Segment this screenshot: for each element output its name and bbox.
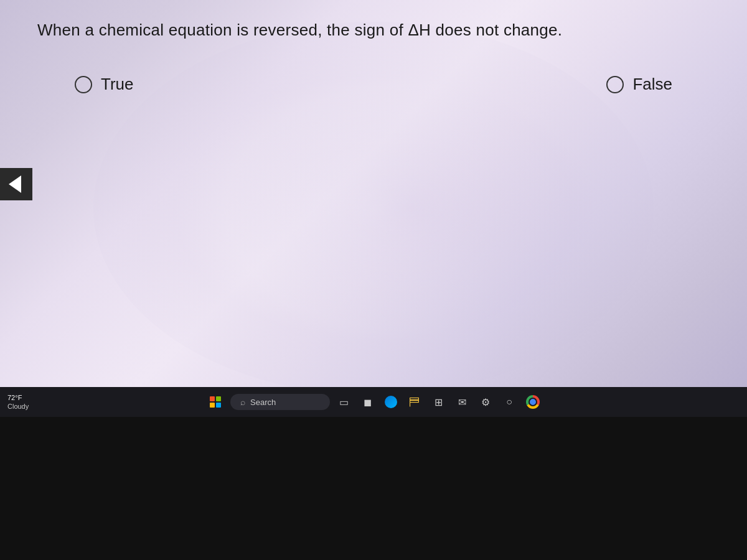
notifications-button[interactable]: ○ bbox=[499, 392, 519, 412]
task-view-icon: ▭ bbox=[339, 396, 349, 408]
option-false-label: False bbox=[632, 75, 672, 94]
taskbar-center: ⌕ Search ▭ ◼ ⛿ ⊞ ✉ ⚙ bbox=[204, 391, 543, 413]
windows-icon bbox=[210, 396, 221, 408]
option-true[interactable]: True bbox=[75, 75, 134, 94]
win-sq-2 bbox=[216, 396, 221, 401]
radio-true[interactable] bbox=[75, 76, 92, 93]
edge-button[interactable] bbox=[381, 392, 401, 412]
options-area: True False bbox=[0, 75, 747, 94]
apps-icon: ⊞ bbox=[435, 396, 443, 408]
back-arrow-icon bbox=[9, 175, 21, 193]
win-sq-4 bbox=[216, 403, 221, 408]
settings-button[interactable]: ⚙ bbox=[476, 392, 496, 412]
mail-button[interactable]: ✉ bbox=[452, 392, 472, 412]
radio-false[interactable] bbox=[606, 76, 624, 93]
question-area: When a chemical equation is reversed, th… bbox=[37, 19, 710, 41]
mail-icon: ✉ bbox=[458, 396, 466, 408]
camera-icon: ◼ bbox=[364, 396, 372, 408]
chrome-button[interactable] bbox=[523, 392, 543, 412]
task-view-button[interactable]: ▭ bbox=[334, 392, 354, 412]
weather-condition: Cloudy bbox=[7, 402, 29, 411]
option-true-label: True bbox=[101, 75, 134, 94]
weather-widget[interactable]: 72°F Cloudy bbox=[7, 393, 29, 411]
edge-icon bbox=[385, 396, 397, 408]
settings-icon: ⚙ bbox=[481, 396, 490, 408]
search-label: Search bbox=[250, 398, 276, 407]
search-icon: ⌕ bbox=[240, 397, 245, 407]
folder-icon: ⛿ bbox=[409, 396, 420, 409]
weather-temp: 72°F bbox=[7, 393, 22, 402]
option-false[interactable]: False bbox=[606, 75, 672, 94]
notifications-icon: ○ bbox=[506, 396, 512, 408]
win-sq-1 bbox=[210, 396, 215, 401]
desktop-area bbox=[0, 417, 747, 560]
search-bar[interactable]: ⌕ Search bbox=[230, 394, 330, 410]
file-explorer-button[interactable]: ⛿ bbox=[405, 392, 425, 412]
win-sq-3 bbox=[210, 403, 215, 408]
apps-button[interactable]: ⊞ bbox=[428, 392, 448, 412]
taskbar: 72°F Cloudy ⌕ Search ▭ ◼ bbox=[0, 387, 747, 417]
camera-button[interactable]: ◼ bbox=[357, 392, 377, 412]
back-button[interactable] bbox=[0, 168, 32, 200]
question-text: When a chemical equation is reversed, th… bbox=[37, 19, 710, 41]
start-button[interactable] bbox=[204, 391, 227, 413]
main-content-area: When a chemical equation is reversed, th… bbox=[0, 0, 747, 417]
chrome-icon bbox=[526, 395, 540, 409]
